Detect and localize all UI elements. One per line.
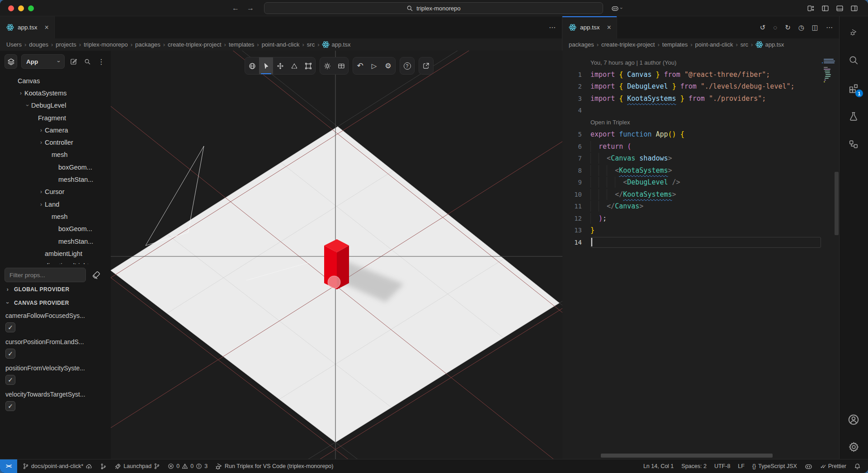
tree-item-Controller[interactable]: ›Controller xyxy=(0,136,111,148)
provider-prop-checkbox[interactable]: ✓ xyxy=(5,322,15,332)
more-actions-icon[interactable]: ⋯ xyxy=(549,24,556,32)
provider-header-global-provider[interactable]: ›GLOBAL PROVIDER xyxy=(5,283,106,296)
edit-icon[interactable] xyxy=(69,57,79,66)
layers-button[interactable] xyxy=(5,54,17,69)
code-line-9[interactable]: 9<DebugLevel /> xyxy=(562,176,821,189)
component-dropdown[interactable]: App › xyxy=(21,54,65,69)
tab-app-tsx[interactable]: app.tsx × xyxy=(562,16,617,38)
circle-dash-icon[interactable]: ◌ xyxy=(773,24,777,31)
account-person-button[interactable] xyxy=(846,412,861,427)
breadcrumb-item[interactable]: templates xyxy=(662,41,688,48)
code-line-10[interactable]: 10</KootaSystems> xyxy=(562,189,821,201)
testing-beaker-activity-button[interactable] xyxy=(846,109,861,124)
tree-item-mesh[interactable]: mesh xyxy=(0,210,111,222)
remote-indicator[interactable]: >< xyxy=(0,459,17,473)
status-notifications[interactable] xyxy=(854,463,861,470)
tree-item-Cursor[interactable]: ›Cursor xyxy=(0,186,111,198)
tree-item-KootaSystems[interactable]: ›KootaSystems xyxy=(0,87,111,99)
3d-cursor-sphere[interactable] xyxy=(328,276,340,289)
chevron-right-icon[interactable]: › xyxy=(38,201,45,208)
help-tool-button[interactable]: ? xyxy=(400,57,414,74)
code-line-2[interactable]: 2import { DebugLevel } from "./levels/de… xyxy=(562,80,821,93)
breadcrumb-item[interactable]: packages xyxy=(135,41,160,48)
status-encoding[interactable]: UTF-8 xyxy=(714,463,730,469)
settings-gear-button[interactable] xyxy=(846,439,861,454)
tree-item-Fragment[interactable]: Fragment xyxy=(0,112,111,124)
code-line-7[interactable]: 7<Canvas shadows> xyxy=(562,152,821,165)
breadcrumb-item[interactable]: app.tsx xyxy=(755,41,784,48)
copilot-menu[interactable]: › xyxy=(611,2,623,14)
status-commit-graph[interactable] xyxy=(100,463,107,470)
grid-frame-tool-button[interactable] xyxy=(334,57,348,74)
minimize-window-button[interactable] xyxy=(18,5,24,11)
globe-tool-button[interactable] xyxy=(245,57,259,74)
undo-tool-button[interactable]: ↶ xyxy=(353,57,367,74)
breadcrumb-item[interactable]: douges xyxy=(29,41,48,48)
code-line-4[interactable]: 4 xyxy=(562,104,821,117)
3d-scene-canvas[interactable] xyxy=(111,51,562,459)
transform-box-tool-button[interactable] xyxy=(301,57,315,74)
close-tab-icon[interactable]: × xyxy=(607,24,611,32)
navigate-back-icon[interactable]: ← xyxy=(232,4,239,12)
code-line-8[interactable]: 8<KootaSystems> xyxy=(562,165,821,177)
code-line-3[interactable]: 3import { KootaSystems } from "./provide… xyxy=(562,93,821,105)
code-line-14[interactable]: 14 xyxy=(562,236,821,249)
chevron-down-icon[interactable]: › xyxy=(24,102,31,109)
3d-viewport[interactable]: ↶▷⚙? xyxy=(111,51,562,459)
eraser-icon[interactable] xyxy=(92,271,100,279)
tree-item-directionalLight[interactable]: directionalLight xyxy=(0,260,111,264)
code-line-13[interactable]: 13} xyxy=(562,224,821,236)
toggle-primary-sidebar-icon[interactable] xyxy=(821,5,829,12)
tree-item-mesh[interactable]: mesh xyxy=(0,149,111,161)
customize-layout-icon[interactable] xyxy=(807,5,815,12)
provider-prop-checkbox[interactable]: ✓ xyxy=(5,349,15,359)
gear-tool-button[interactable]: ⚙ xyxy=(381,57,395,74)
tree-item-boxGeom[interactable]: boxGeom... xyxy=(0,161,111,173)
timeline-clock-icon[interactable]: ◷ xyxy=(798,24,804,32)
code-line-5[interactable]: 5export function App() { xyxy=(562,128,821,141)
breadcrumb-item[interactable]: templates xyxy=(229,41,254,48)
chevron-right-icon[interactable]: › xyxy=(38,127,45,133)
external-link-tool-button[interactable] xyxy=(419,57,433,74)
split-editor-icon[interactable]: ◫ xyxy=(812,24,818,32)
chevron-right-icon[interactable]: › xyxy=(17,90,24,96)
code-line-6[interactable]: 6return ( xyxy=(562,141,821,153)
code-line-1[interactable]: 1import { Canvas } from "@react-three/fi… xyxy=(562,69,821,81)
status-copilot[interactable] xyxy=(805,463,812,470)
tree-item-ambientLight[interactable]: ambientLight xyxy=(0,247,111,260)
breadcrumb-item[interactable]: app.tsx xyxy=(322,41,350,48)
tree-item-meshStan[interactable]: meshStan... xyxy=(0,235,111,247)
kebab-menu-icon[interactable]: ⋮ xyxy=(96,57,106,67)
chevron-right-icon[interactable]: › xyxy=(38,189,45,195)
breadcrumb-item[interactable]: src xyxy=(741,41,748,48)
debug-run-activity-button[interactable] xyxy=(846,24,861,40)
nav-back-circle-icon[interactable]: ↺ xyxy=(760,24,766,32)
status-run-triplex[interactable]: Run Triplex for VS Code (triplex-monorep… xyxy=(215,463,333,470)
tab-app-tsx[interactable]: app.tsx × xyxy=(0,16,55,38)
scale-triangle-tool-button[interactable] xyxy=(287,57,301,74)
sun-tool-button[interactable] xyxy=(320,57,334,74)
more-ellipsis-icon[interactable]: ⋯ xyxy=(826,24,833,32)
status-indentation[interactable]: Spaces: 2 xyxy=(681,463,707,469)
codelens-open-in-triplex[interactable]: Open in Triplex xyxy=(590,119,630,126)
tree-item-Canvas[interactable]: Canvas xyxy=(0,75,111,87)
vertical-scrollbar[interactable] xyxy=(835,172,839,235)
status-git-branch[interactable]: docs/point-and-click* xyxy=(23,463,92,470)
tree-item-DebugLevel[interactable]: ›DebugLevel xyxy=(0,99,111,112)
nav-forward-circle-icon[interactable]: ↻ xyxy=(785,24,791,32)
breadcrumb-item[interactable]: create-triplex-project xyxy=(601,41,655,48)
toggle-panel-icon[interactable] xyxy=(836,5,844,12)
filter-props-input[interactable] xyxy=(5,268,86,282)
code-editor[interactable]: You, 7 hours ago | 1 author (You)1import… xyxy=(562,51,839,459)
breadcrumb-item[interactable]: point-and-click xyxy=(262,41,300,48)
search-side-activity-button[interactable] xyxy=(846,52,861,68)
horizontal-scrollbar[interactable] xyxy=(601,454,773,458)
breadcrumb-item[interactable]: packages xyxy=(569,41,594,48)
tree-item-Land[interactable]: ›Land xyxy=(0,198,111,210)
minimap[interactable] xyxy=(822,52,835,459)
provider-header-canvas-provider[interactable]: ›CANVAS PROVIDER xyxy=(5,297,106,309)
extensions-activity-button[interactable]: 1 xyxy=(846,80,861,96)
chevron-right-icon[interactable]: › xyxy=(38,139,45,146)
breadcrumb-item[interactable]: triplex-monorepo xyxy=(84,41,128,48)
cursor-tool-button[interactable] xyxy=(259,57,273,74)
